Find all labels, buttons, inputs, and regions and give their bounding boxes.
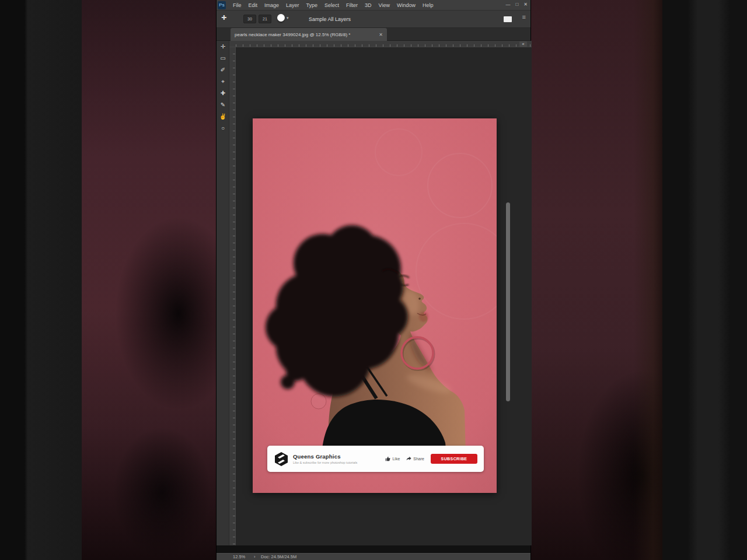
menu-item[interactable]: View — [375, 0, 393, 10]
zoom-tool-icon[interactable]: ○ — [217, 123, 229, 134]
canvas-image[interactable]: Queens Graphics Like & subscribe for mor… — [253, 118, 497, 493]
document-title: pearls necklace maker 3499024.jpg @ 12.5… — [235, 32, 376, 37]
bottom-gap — [217, 545, 530, 553]
active-tool-icon[interactable]: ✚ — [221, 14, 226, 22]
brand-logo-icon — [274, 452, 289, 467]
collapse-panels-icon[interactable]: « — [519, 41, 527, 47]
menu-list: FileEditImageLayerTypeSelectFilter3DView… — [229, 0, 437, 10]
tool-palette: ✛▭✐⌖✚✎✌○ — [217, 41, 229, 545]
hand-tool-icon[interactable]: ✌ — [217, 111, 229, 123]
chevron-down-icon[interactable]: ▾ — [287, 16, 289, 20]
document-size-info: Doc: 24.5M/24.5M — [261, 554, 296, 560]
minimize-icon[interactable]: — — [505, 0, 510, 9]
menu-bar: Ps FileEditImageLayerTypeSelectFilter3DV… — [217, 0, 530, 10]
window-controls: — □ ✕ — [505, 0, 528, 9]
share-button: Share — [406, 456, 424, 461]
tool-options-bar: ✚ 30 21 ▾ Sample All Layers ≡ — [217, 10, 530, 28]
menu-item[interactable]: Window — [393, 0, 419, 10]
menu-item[interactable]: File — [229, 0, 245, 10]
tab-close-icon[interactable]: ✕ — [379, 32, 383, 37]
lasso-tool-icon[interactable]: ✐ — [217, 64, 229, 76]
channel-banner: Queens Graphics Like & subscribe for mor… — [267, 446, 484, 472]
brush-tool-icon[interactable]: ✎ — [217, 99, 229, 111]
like-button: Like — [385, 456, 400, 461]
healing-brush-tool-icon[interactable]: ✚ — [217, 88, 229, 99]
sample-all-layers-label[interactable]: Sample All Layers — [309, 10, 351, 28]
left-letterbox — [0, 0, 82, 560]
subscribe-button: SUBSCRIBE — [431, 454, 477, 464]
tool-option-field-2[interactable]: 21 — [259, 15, 271, 23]
menu-item[interactable]: Filter — [343, 0, 361, 10]
workspace-icon[interactable] — [504, 16, 512, 22]
marquee-tool-icon[interactable]: ▭ — [217, 52, 229, 64]
tool-option-field-1[interactable]: 30 — [243, 15, 256, 23]
document-tab-bar: pearls necklace maker 3499024.jpg @ 12.5… — [217, 28, 530, 41]
zoom-level-field[interactable]: 12.5% — [233, 554, 245, 560]
menu-item[interactable]: 3D — [361, 0, 375, 10]
right-letterbox — [662, 0, 747, 560]
close-icon[interactable]: ✕ — [523, 0, 528, 9]
photoshop-window: Ps FileEditImageLayerTypeSelectFilter3DV… — [216, 0, 531, 560]
menu-item[interactable]: Type — [303, 0, 322, 10]
vertical-ruler — [229, 47, 236, 545]
more-options-icon[interactable]: ≡ — [522, 13, 526, 20]
status-bar: 12.5% › Doc: 24.5M/24.5M — [217, 553, 530, 560]
menu-item[interactable]: Image — [261, 0, 282, 10]
share-label: Share — [413, 457, 424, 461]
crop-tool-icon[interactable]: ⌖ — [217, 76, 229, 88]
brand-name: Queens Graphics — [293, 453, 357, 460]
brush-preview-icon[interactable] — [277, 14, 285, 22]
video-frame: Ps FileEditImageLayerTypeSelectFilter3DV… — [0, 0, 747, 560]
menu-item[interactable]: Help — [419, 0, 437, 10]
thumbs-up-icon — [385, 456, 390, 461]
menu-item[interactable]: Edit — [245, 0, 261, 10]
status-separator: › — [254, 554, 256, 560]
move-tool-icon[interactable]: ✛ — [217, 41, 229, 52]
right-blurred-backdrop — [531, 0, 662, 560]
photo-woman-pink-background — [253, 118, 497, 493]
workspace: ✛▭✐⌖✚✎✌○ « — [217, 41, 532, 545]
share-arrow-icon — [406, 456, 411, 461]
brand-tagline: Like & subscribe for more photoshop tuto… — [293, 461, 357, 464]
menu-item[interactable]: Layer — [282, 0, 303, 10]
maximize-icon[interactable]: □ — [515, 0, 518, 9]
banner-actions: Like Share SUBSCRIBE — [385, 454, 477, 464]
photoshop-logo-icon[interactable]: Ps — [218, 1, 226, 9]
document-tab[interactable]: pearls necklace maker 3499024.jpg @ 12.5… — [231, 28, 387, 41]
horizontal-ruler — [229, 41, 532, 47]
like-label: Like — [392, 457, 400, 461]
menu-item[interactable]: Select — [321, 0, 343, 10]
vertical-scrollbar[interactable] — [506, 202, 510, 401]
left-blurred-backdrop — [82, 0, 216, 560]
